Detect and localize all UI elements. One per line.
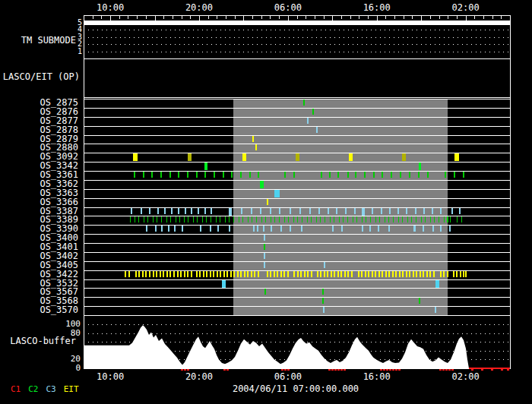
os-mark-cyan <box>204 208 206 214</box>
os-mark-yellow <box>385 271 387 277</box>
os-mark-cyan <box>415 208 416 214</box>
os-mark-green <box>320 216 321 223</box>
os-mark-cyan_block <box>222 280 226 288</box>
axis-minor-tick <box>394 16 395 19</box>
os-mark-yellow <box>251 271 252 277</box>
os-mark-cyan_block <box>435 280 439 288</box>
os-mark-green <box>204 172 206 178</box>
os-mark-yellow <box>365 271 366 277</box>
os-mark-yellow <box>358 271 359 277</box>
os-mark-green <box>144 216 144 223</box>
os-mark-yellow <box>453 271 454 277</box>
os-mark-yellow <box>440 271 442 277</box>
os-mark-green <box>134 172 135 178</box>
os-mark-green <box>178 172 179 178</box>
buffer-red-mark <box>445 369 448 371</box>
os-mark-yellow <box>210 271 211 277</box>
os-mark-cyan <box>406 208 407 214</box>
os-mark-cyan <box>324 262 325 268</box>
buffer-grid-dots <box>84 359 510 360</box>
axis-minor-tick <box>404 16 404 19</box>
os-mark-yellow <box>300 271 302 277</box>
os-mark-green <box>461 216 462 223</box>
os-row-separator <box>84 288 510 289</box>
os-mark-cyan <box>174 226 176 232</box>
os-mark-cyan_block <box>274 190 280 197</box>
os-mark-green <box>170 216 171 223</box>
os-mark-yellow <box>409 271 410 277</box>
os-mark-cyan <box>332 226 334 232</box>
os-mark-green <box>293 216 294 223</box>
os-mark-cyan <box>423 226 424 232</box>
buffer-red-mark <box>380 369 382 371</box>
os-row-separator <box>84 225 510 226</box>
os-mark-green <box>184 216 185 223</box>
os-mark-cyan <box>413 226 416 232</box>
os-mark-yellow <box>240 271 242 277</box>
os-mark-cyan <box>146 226 147 232</box>
os-mark-yellow <box>340 271 342 277</box>
os-mark-yellow <box>378 271 380 277</box>
os-mark-cyan <box>451 208 453 214</box>
os-mark-cyan <box>381 208 382 214</box>
buffer-red-mark <box>328 369 331 371</box>
os-row-separator <box>84 207 510 208</box>
os-mark-yellow <box>426 271 428 277</box>
os-mark-yellow <box>145 271 147 277</box>
os-mark-yellow <box>283 271 285 277</box>
os-mark-olive <box>296 153 299 161</box>
os-mark-yellow <box>433 271 435 277</box>
buffer-red-baseline <box>469 368 510 369</box>
os-mark-green <box>161 216 162 223</box>
os-mark-green <box>216 216 217 223</box>
axis-minor-tick <box>492 16 493 19</box>
buffer-ytick-label: 0 <box>0 364 81 373</box>
axis-minor-tick <box>368 16 369 19</box>
os-mark-green <box>388 216 389 223</box>
os-mark-yellow <box>413 271 414 277</box>
os-mark-yellow <box>270 271 271 277</box>
os-mark-yellow <box>199 271 201 277</box>
os-mark-cyan <box>372 208 373 214</box>
os-row-separator <box>84 117 510 118</box>
buffer-red-mark <box>284 369 287 371</box>
generated-plot-layers: 10:0010:0020:0020:0006:0006:0016:0016:00… <box>0 0 532 404</box>
axis-minor-tick <box>306 16 306 19</box>
os-mark-green <box>366 216 366 223</box>
os-row-separator <box>84 108 510 109</box>
os-mark-cyan <box>307 118 309 124</box>
os-mark-yellow <box>173 271 175 277</box>
os-mark-cyan <box>299 208 301 214</box>
os-mark-cyan <box>432 226 434 232</box>
os-mark-yellow <box>337 271 339 277</box>
os-mark-green <box>425 216 426 223</box>
os-mark-yellow <box>244 271 245 277</box>
os-mark-green_block <box>204 163 207 170</box>
os-row-separator <box>84 243 510 244</box>
os-mark-green <box>202 216 203 223</box>
os-mark-cyan <box>149 208 150 214</box>
os-mark-cyan <box>200 226 201 232</box>
buffer-red-mark <box>481 369 483 371</box>
os-mark-cyan <box>217 226 219 232</box>
time-label-top: 20:00 <box>185 2 213 13</box>
os-mark-green <box>240 172 242 178</box>
os-mark-cyan <box>263 226 264 232</box>
os-mark-cyan <box>397 208 399 214</box>
os-mark-green <box>302 216 302 223</box>
os-mark-yellow <box>372 271 373 277</box>
axis-minor-tick <box>448 16 448 19</box>
buffer-red-mark <box>439 369 442 371</box>
os-mark-yellow <box>149 271 150 277</box>
os-mark-cyan <box>378 226 379 232</box>
os-mark-green <box>347 172 349 178</box>
os-mark-green <box>169 172 171 178</box>
buffer-ytick-label: 20 <box>0 355 81 364</box>
os-mark-yellow <box>177 271 179 277</box>
os-mark-green <box>407 216 408 223</box>
os-mark-cyan <box>257 226 258 232</box>
os-mark-green <box>362 216 363 223</box>
plot-right-border <box>510 15 511 369</box>
os-mark-cyan <box>290 226 291 232</box>
os-row-separator <box>84 144 510 144</box>
